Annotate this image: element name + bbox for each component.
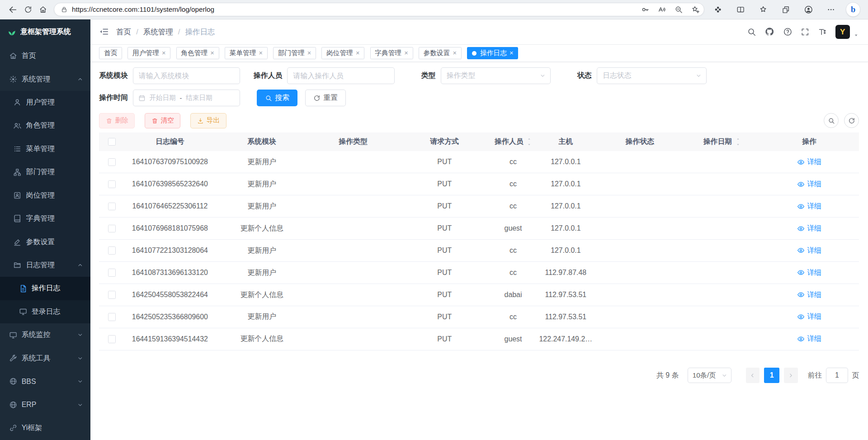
detail-link[interactable]: 详细 (797, 334, 821, 344)
delete-button[interactable]: 删除 (99, 113, 135, 128)
page-size-select[interactable]: 10条/页 (688, 368, 731, 383)
sidebar-item-menu-management[interactable]: 菜单管理 (0, 137, 90, 161)
split-screen-icon[interactable] (733, 2, 748, 17)
help-icon[interactable] (783, 27, 793, 37)
detail-link[interactable]: 详细 (797, 180, 821, 189)
zoom-out-icon[interactable] (672, 3, 685, 16)
prev-page-button[interactable] (746, 368, 760, 383)
user-avatar[interactable] (835, 25, 850, 39)
sidebar-item-dept-management[interactable]: 部门管理 (0, 161, 90, 184)
search-button[interactable]: 搜索 (257, 90, 297, 106)
browser-essentials-icon[interactable] (710, 2, 725, 17)
detail-link[interactable]: 详细 (797, 224, 821, 233)
operator-input[interactable] (287, 67, 395, 84)
detail-link[interactable]: 详细 (797, 246, 821, 255)
tab-close-icon[interactable] (356, 50, 360, 57)
read-aloud-icon[interactable] (656, 3, 668, 16)
row-checkbox[interactable] (108, 180, 116, 188)
tab-close-icon[interactable] (259, 50, 263, 57)
next-page-button[interactable] (784, 368, 798, 383)
header-cell-date[interactable]: 操作日期 (684, 137, 760, 147)
avatar-caret-down-icon[interactable] (853, 32, 859, 38)
row-checkbox[interactable] (108, 335, 116, 343)
fullscreen-icon[interactable] (801, 28, 810, 37)
address-bar[interactable]: https://ccnetcore.com:1101/system/log/op… (54, 3, 704, 17)
sort-icons[interactable] (527, 137, 532, 146)
detail-link[interactable]: 详细 (797, 312, 821, 322)
header-cell-operator[interactable]: 操作人员 (491, 137, 535, 147)
tab-home[interactable]: 首页 (99, 47, 122, 59)
sidebar-item-home[interactable]: 首页 (0, 44, 90, 67)
tab-close-icon[interactable] (210, 50, 214, 57)
breadcrumb-home[interactable]: 首页 (116, 27, 131, 37)
favorites-icon[interactable] (756, 2, 771, 17)
collections-icon[interactable] (778, 2, 793, 17)
row-checkbox[interactable] (108, 313, 116, 321)
tab-menu-management[interactable]: 菜单管理 (225, 47, 268, 59)
tab-dict-management[interactable]: 字典管理 (370, 47, 413, 59)
app-logo[interactable]: 意框架管理系统 (0, 19, 90, 44)
sidebar-item-system-monitor[interactable]: 系统监控 (0, 323, 90, 346)
row-checkbox[interactable] (108, 158, 116, 166)
detail-link[interactable]: 详细 (797, 290, 821, 300)
status-select[interactable]: 日志状态 (597, 67, 707, 84)
row-checkbox[interactable] (108, 291, 116, 298)
row-checkbox[interactable] (108, 225, 116, 232)
tab-role-management[interactable]: 角色管理 (176, 47, 219, 59)
tab-close-icon[interactable] (307, 50, 311, 57)
goto-page-input[interactable] (826, 368, 848, 383)
refresh-table-button[interactable] (844, 113, 859, 128)
row-checkbox[interactable] (108, 246, 116, 254)
detail-link[interactable]: 详细 (797, 202, 821, 211)
type-select[interactable]: 操作类型 (441, 67, 551, 84)
add-favorite-icon[interactable] (689, 3, 702, 16)
browser-home-button[interactable] (35, 2, 50, 17)
tab-post-management[interactable]: 岗位管理 (321, 47, 364, 59)
row-checkbox[interactable] (108, 203, 116, 210)
tab-user-management[interactable]: 用户管理 (127, 47, 170, 59)
sidebar-item-role-management[interactable]: 角色管理 (0, 114, 90, 137)
browser-refresh-button[interactable] (20, 2, 35, 17)
row-checkbox[interactable] (108, 269, 116, 276)
detail-link[interactable]: 详细 (797, 268, 821, 278)
sidebar-item-system-tools[interactable]: 系统工具 (0, 346, 90, 369)
breadcrumb-system-management[interactable]: 系统管理 (143, 27, 173, 37)
sort-icons[interactable] (736, 137, 741, 146)
tab-param-settings[interactable]: 参数设置 (419, 47, 462, 59)
page-number-1[interactable]: 1 (764, 368, 779, 383)
password-key-icon[interactable] (639, 3, 652, 16)
sidebar-item-dict-management[interactable]: 字典管理 (0, 207, 90, 230)
tab-dept-management[interactable]: 部门管理 (273, 47, 316, 59)
tab-close-icon[interactable] (453, 50, 457, 57)
browser-back-button[interactable] (5, 2, 20, 17)
export-button[interactable]: 导出 (190, 113, 226, 128)
sidebar-item-user-management[interactable]: 用户管理 (0, 91, 90, 114)
clear-button[interactable]: 清空 (145, 113, 180, 128)
sidebar-item-log-management[interactable]: 日志管理 (0, 254, 90, 277)
font-size-icon[interactable] (818, 27, 827, 37)
tab-operation-log[interactable]: 操作日志 (467, 47, 518, 59)
reset-button[interactable]: 重置 (305, 90, 346, 106)
sidebar-item-operation-log[interactable]: 操作日志 (0, 277, 90, 300)
tab-close-icon[interactable] (509, 50, 514, 57)
toggle-search-button[interactable] (824, 113, 839, 128)
sidebar-item-system-management[interactable]: 系统管理 (0, 67, 90, 90)
bing-copilot-icon[interactable] (846, 3, 859, 16)
tab-close-icon[interactable] (162, 50, 166, 57)
profile-avatar-icon[interactable] (801, 2, 816, 17)
sidebar-item-param-settings[interactable]: 参数设置 (0, 230, 90, 253)
module-input[interactable] (133, 67, 241, 84)
sidebar-item-yi-framework[interactable]: Yi框架 (0, 416, 90, 440)
github-icon[interactable] (764, 27, 774, 37)
sidebar-item-bbs[interactable]: BBS (0, 370, 90, 393)
header-search-icon[interactable] (747, 27, 756, 37)
date-range-picker[interactable]: 开始日期 - 结束日期 (133, 90, 241, 106)
sidebar-item-post-management[interactable]: 岗位管理 (0, 184, 90, 207)
fold-menu-icon[interactable] (99, 27, 109, 37)
sidebar-item-erp[interactable]: ERP (0, 393, 90, 416)
detail-link[interactable]: 详细 (797, 157, 821, 167)
tab-close-icon[interactable] (404, 50, 408, 57)
sidebar-item-login-log[interactable]: 登录日志 (0, 300, 90, 323)
select-all-checkbox[interactable] (108, 138, 116, 146)
browser-more-icon[interactable] (824, 2, 839, 17)
